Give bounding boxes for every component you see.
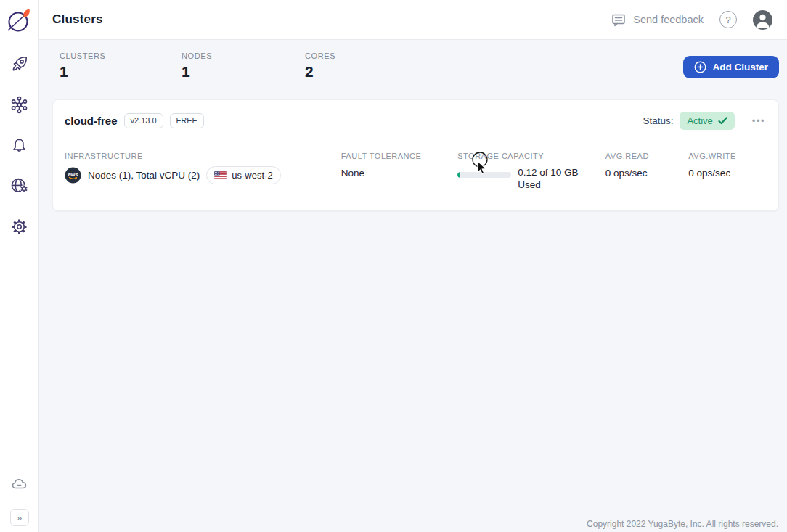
- stat-nodes: NODES 1: [182, 52, 305, 81]
- status-badge: Active: [680, 112, 734, 130]
- sidebar-item-network-access[interactable]: [9, 176, 30, 196]
- infrastructure-value: aws Nodes (1), Total vCPU (2): [65, 166, 341, 184]
- globe-gear-icon: [9, 176, 30, 196]
- cluster-name-link[interactable]: cloud-free: [65, 115, 118, 127]
- stats-row: CLUSTERS 1 NODES 1 CORES 2 Add Cluster: [52, 49, 779, 91]
- storage-capacity-column: STORAGE CAPACITY 0.12 of 10 GB Used: [457, 152, 605, 192]
- bell-icon: [10, 136, 28, 155]
- sidebar-nav: [9, 54, 30, 237]
- stat-value: 2: [305, 63, 427, 81]
- cluster-card: cloud-free v2.13.0 FREE Status: Active •…: [52, 99, 779, 211]
- add-cluster-button[interactable]: Add Cluster: [683, 56, 779, 78]
- status-value: Active: [687, 115, 712, 126]
- sidebar-item-admin[interactable]: [9, 216, 30, 237]
- send-feedback-button[interactable]: Send feedback: [611, 12, 704, 28]
- region-badge: us-west-2: [206, 166, 280, 184]
- help-button[interactable]: ?: [719, 11, 737, 28]
- sidebar: »: [0, 0, 39, 532]
- sidebar-item-clusters[interactable]: [9, 94, 30, 115]
- top-header: Clusters Send feedback ?: [39, 0, 787, 40]
- avg-read-value: 0 ops/sec: [605, 168, 689, 179]
- avg-write-value: 0 ops/sec: [688, 168, 767, 179]
- checkmark-icon: [718, 117, 727, 125]
- cloud-icon: [10, 475, 29, 494]
- rocket-icon: [10, 54, 29, 73]
- us-flag-icon: [214, 171, 227, 179]
- region-name: us-west-2: [232, 170, 272, 181]
- header-controls: Send feedback ?: [611, 10, 772, 30]
- footer: Copyright 2022 YugaByte, Inc. All rights…: [52, 515, 787, 532]
- send-feedback-label: Send feedback: [633, 14, 704, 25]
- version-badge: v2.13.0: [124, 113, 163, 128]
- cluster-status-area: Status: Active •••: [643, 112, 767, 130]
- storage-capacity-value: 0.12 of 10 GB Used: [457, 169, 605, 192]
- storage-used-text: 0.12 of 10 GB Used: [518, 167, 578, 192]
- status-label: Status:: [643, 115, 673, 126]
- storage-used-line2: Used: [518, 179, 578, 192]
- user-avatar[interactable]: [753, 10, 772, 30]
- avg-write-column: AVG.WRITE 0 ops/sec: [688, 152, 767, 192]
- stat-value: 1: [182, 63, 305, 81]
- add-cluster-label: Add Cluster: [712, 62, 768, 73]
- stat-value: 1: [60, 63, 182, 81]
- stat-label: CLUSTERS: [60, 52, 182, 60]
- copyright-text: Copyright 2022 YugaByte, Inc. All rights…: [587, 519, 778, 529]
- chevrons-right-icon: »: [17, 512, 22, 523]
- person-icon: [753, 10, 772, 30]
- cloud-status-button[interactable]: [9, 474, 30, 494]
- stat-label: NODES: [182, 52, 305, 60]
- fault-tolerance-value: None: [341, 168, 458, 179]
- stat-cores: CORES 2: [305, 52, 427, 81]
- content-area: CLUSTERS 1 NODES 1 CORES 2 Add Cluster: [39, 40, 787, 532]
- question-mark-icon: ?: [725, 15, 730, 25]
- tier-badge: FREE: [170, 113, 204, 128]
- yugabyte-logo[interactable]: [4, 4, 36, 38]
- infrastructure-column: INFRASTRUCTURE aws Nodes (1), Total vCPU…: [65, 152, 341, 192]
- avg-read-label: AVG.READ: [605, 152, 689, 160]
- svg-text:aws: aws: [68, 171, 78, 178]
- sidebar-bottom: »: [9, 474, 30, 526]
- sidebar-expand-button[interactable]: »: [10, 509, 29, 526]
- fault-tolerance-label: FAULT TOLERANCE: [341, 152, 458, 160]
- sidebar-item-getting-started[interactable]: [9, 54, 30, 74]
- storage-used-line1: 0.12 of 10 GB: [518, 167, 578, 179]
- avg-write-label: AVG.WRITE: [688, 152, 767, 160]
- main-area: Clusters Send feedback ?: [39, 0, 787, 532]
- stat-label: CORES: [305, 52, 427, 60]
- page-title: Clusters: [52, 12, 103, 27]
- infrastructure-label: INFRASTRUCTURE: [65, 152, 341, 160]
- plus-circle-icon: [694, 61, 706, 73]
- nodes-summary: Nodes (1), Total vCPU (2): [88, 170, 200, 181]
- fault-tolerance-column: FAULT TOLERANCE None: [341, 152, 458, 192]
- storage-progress-fill: [457, 172, 460, 178]
- cluster-actions-menu-button[interactable]: •••: [751, 113, 767, 128]
- cluster-network-icon: [9, 95, 29, 115]
- cluster-card-header: cloud-free v2.13.0 FREE Status: Active •…: [65, 112, 767, 130]
- cluster-metrics-row: INFRASTRUCTURE aws Nodes (1), Total vCPU…: [65, 152, 767, 192]
- avg-read-column: AVG.READ 0 ops/sec: [605, 152, 689, 192]
- feedback-bubble-icon: [611, 12, 627, 28]
- stat-clusters: CLUSTERS 1: [60, 52, 182, 81]
- storage-progress-bar: [457, 172, 511, 178]
- gear-icon: [9, 217, 29, 237]
- aws-provider-icon: aws: [65, 167, 81, 184]
- planet-rocket-logo-icon: [5, 6, 34, 36]
- sidebar-item-alerts[interactable]: [9, 135, 30, 155]
- storage-capacity-label: STORAGE CAPACITY: [457, 152, 605, 160]
